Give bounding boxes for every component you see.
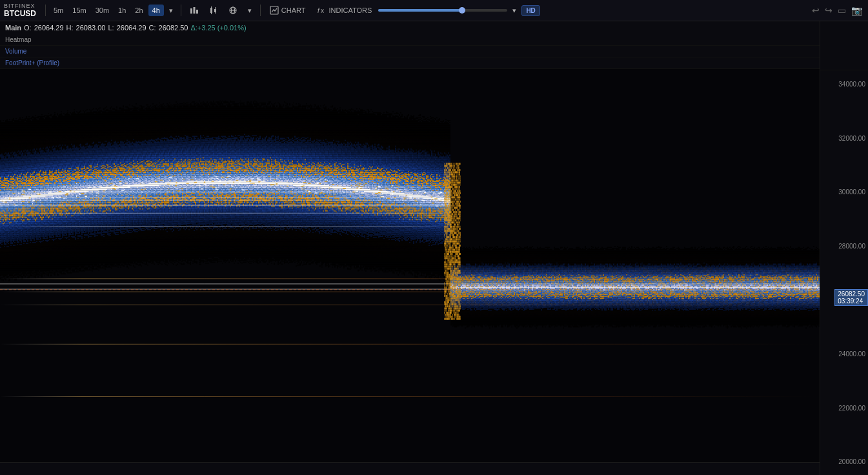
separator-1 [45,5,46,16]
ohlc-c-value: 26082.50 [159,24,188,32]
svg-rect-2 [196,10,198,14]
separator-2 [181,5,181,16]
redo-btn[interactable]: ↪ [823,3,834,17]
ohlc-o-label: O: [24,24,32,32]
tf-15m[interactable]: 15m [68,5,90,16]
slider-thumb[interactable] [459,7,465,14]
svg-rect-6 [214,9,216,12]
svg-text:f: f [318,7,320,14]
price-label: 20000.00 [838,458,865,465]
toolbar: BITFINEX BTCUSD 5m 15m 30m 1h 2h 4h ▾ ▾ … [0,0,868,21]
indicators-button[interactable]: fx INDICATORS [312,4,378,17]
tf-5m[interactable]: 5m [50,5,67,16]
brand-logo-area: BITFINEX BTCUSD [4,3,36,18]
chart-container: Main O: 26064.29 H: 26083.00 L: 26064.29… [0,21,820,475]
bar-chart-btn[interactable] [185,3,203,17]
current-price-time: 03:39:24 [838,298,865,305]
exchange-name: BITFINEX [4,3,35,9]
ind-axis-space [820,34,868,70]
price-axis: 34000.0032000.0030000.0028000.0026000.00… [820,21,868,475]
price-label: 28000.00 [838,242,865,249]
candle-chart-btn[interactable] [205,3,223,17]
svg-rect-3 [210,8,212,13]
settings-btn[interactable] [224,3,242,17]
camera-btn[interactable]: 📷 [849,3,864,17]
candle-chart-icon [209,6,218,15]
tf-1h[interactable]: 1h [114,5,130,16]
svg-rect-1 [193,7,195,14]
ohlc-o-value: 26064.29 [34,24,64,32]
ohlc-bar: Main O: 26064.29 H: 26083.00 L: 26064.29… [0,21,820,34]
tf-4h[interactable]: 4h [148,5,164,16]
price-label: 24000.00 [838,350,865,357]
tf-2h[interactable]: 2h [131,5,146,16]
ohlc-l-value: 26064.29 [117,24,146,32]
chart-button[interactable]: CHART [265,4,311,17]
main-area: Main O: 26064.29 H: 26083.00 L: 26064.29… [0,21,868,475]
slider-track [378,9,507,12]
svg-rect-0 [190,8,192,14]
price-label: 34000.00 [838,80,865,87]
heatmap-label: Heatmap [0,34,820,46]
indicator-labels: Heatmap Volume FootPrint+ (Profile) [0,34,820,69]
slider-dropdown[interactable]: ▾ [509,5,520,17]
tf-dropdown[interactable]: ▾ [165,5,177,17]
replay-slider[interactable] [378,9,507,12]
fx-icon: fx [318,6,327,15]
ohlc-l-label: L: [108,24,114,32]
heatmap-canvas [0,69,820,462]
hd-button[interactable]: HD [521,5,540,16]
ohlc-h-label: H: [66,24,74,32]
current-price-box: 26082.5003:39:24 [834,289,868,306]
slider-fill [378,9,462,12]
indicators-label: INDICATORS [329,6,372,14]
svg-text:x: x [321,7,324,14]
price-label: 30000.00 [838,188,865,196]
heatmap-area[interactable] [0,69,820,462]
bar-chart-icon [190,6,199,15]
ohlc-axis-space [820,21,868,34]
ohlc-delta: Δ:+3.25 (+0.01%) [190,24,246,32]
trading-pair: BTCUSD [4,9,36,18]
price-label: 32000.00 [838,134,865,141]
ohlc-c-label: C: [149,24,156,32]
current-price-value: 26082.50 [838,290,865,298]
price-labels-area: 34000.0032000.0030000.0028000.0026000.00… [820,70,868,475]
price-label: 22000.00 [838,404,865,411]
layout-btn[interactable]: ▭ [836,3,848,17]
separator-3 [260,5,261,16]
undo-btn[interactable]: ↩ [810,3,822,17]
time-axis [0,462,820,475]
chart-label: CHART [281,6,306,14]
tf-30m[interactable]: 30m [92,5,113,16]
ohlc-h-value: 26083.00 [76,24,106,32]
ohlc-main-label: Main [5,24,21,32]
footprint-label: FootPrint+ (Profile) [0,57,820,69]
globe-icon [228,6,237,15]
chart-icon [270,6,279,15]
volume-label: Volume [0,46,820,57]
settings-dropdown[interactable]: ▾ [243,4,256,17]
